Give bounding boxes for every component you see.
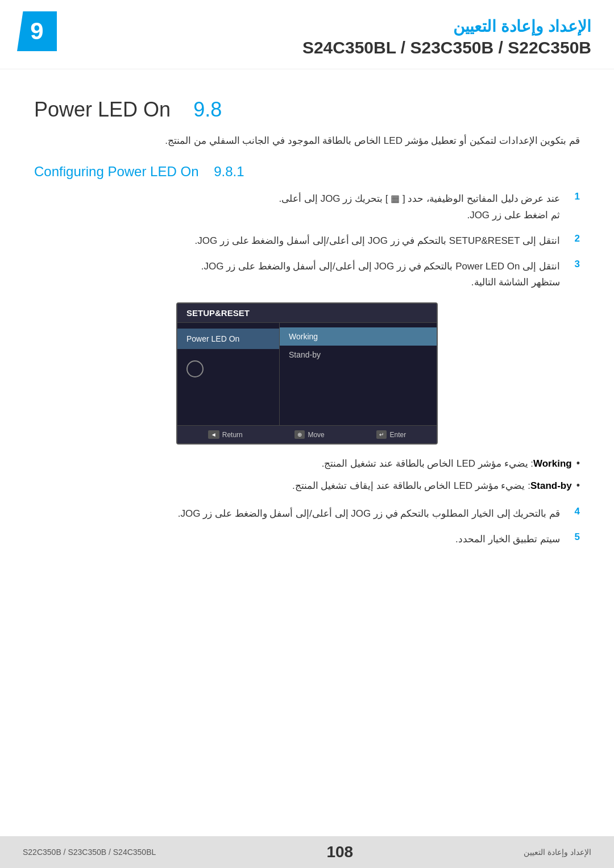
- enter-label: Enter: [389, 431, 406, 439]
- step-1-text: عند عرض دليل المفاتيح الوظيفية، حدد [ ▦ …: [34, 191, 560, 224]
- footer-page-number: 108: [326, 843, 353, 861]
- step-2-text: انتقل إلى SETUP&RESET بالتحكم في زر JOG …: [34, 233, 560, 250]
- subsection-title: Configuring Power LED On 9.8.1: [34, 164, 580, 180]
- step-1-number: 1: [563, 191, 580, 202]
- menu-option-working: Working: [280, 327, 437, 346]
- menu-circle-decoration: [186, 360, 204, 377]
- section-number: 9.8: [193, 98, 222, 121]
- step-4: 4 قم بالتحريك إلى الخيار المطلوب بالتحكم…: [34, 506, 580, 522]
- keyword-working: Working: [533, 458, 572, 469]
- step-2: 2 انتقل إلى SETUP&RESET بالتحكم في زر JO…: [34, 233, 580, 250]
- bullets-container: • Working: يضيء مؤشر LED الخاص بالطاقة ع…: [34, 456, 580, 495]
- subsection-title-text: Configuring Power LED On: [34, 164, 198, 179]
- menu-option-standby: Stand-by: [280, 346, 437, 364]
- footer-models: S22C350B / S23C350B / S24C350BL: [23, 848, 156, 857]
- steps-container: 1 عند عرض دليل المفاتيح الوظيفية، حدد [ …: [34, 191, 580, 548]
- step-3-text: انتقل إلى Power LED On بالتحكم في زر JOG…: [34, 259, 560, 292]
- main-content: Power LED On 9.8 قم بتكوين الإعدادات لتم…: [0, 75, 614, 568]
- menu-right-panel: Working Stand-by: [280, 323, 437, 425]
- page-header: الإعداد وإعادة التعيين S24C350BL / S23C3…: [0, 0, 614, 69]
- bullet-dot-1: •: [576, 456, 580, 471]
- menu-title: SETUP&RESET: [177, 304, 437, 323]
- menu-footer: ◄ Return ⊕ Move ↵ Enter: [177, 425, 437, 443]
- keyword-standby: Stand-by: [530, 480, 572, 491]
- bullet-standby: • Stand-by: يضيء مؤشر LED الخاص بالطاقة …: [34, 478, 580, 495]
- chapter-badge: 9: [17, 11, 57, 51]
- move-icon: ⊕: [294, 430, 305, 439]
- step-3-number: 3: [563, 259, 580, 270]
- step-1: 1 عند عرض دليل المفاتيح الوظيفية، حدد [ …: [34, 191, 580, 224]
- enter-icon: ↵: [376, 430, 387, 439]
- bullet-working-text: Working: يضيء مؤشر LED الخاص بالطاقة عند…: [322, 456, 572, 472]
- step-3: 3 انتقل إلى Power LED On بالتحكم في زر J…: [34, 259, 580, 292]
- page-footer: S22C350B / S23C350B / S24C350BL 108 الإع…: [0, 836, 614, 868]
- move-label: Move: [308, 431, 324, 439]
- menu-body: Power LED On Working Stand-by: [177, 323, 437, 425]
- section-title-text: Power LED On: [34, 98, 171, 121]
- menu-left-panel: Power LED On: [177, 323, 280, 425]
- section-title: Power LED On 9.8: [34, 98, 580, 122]
- subsection-number: 9.8.1: [214, 164, 244, 179]
- footer-move-btn: ⊕ Move: [294, 430, 324, 439]
- header-arabic-title: الإعداد وإعادة التعيين: [23, 17, 591, 36]
- footer-enter-btn: ↵ Enter: [376, 430, 406, 439]
- menu-screenshot: SETUP&RESET Power LED On Working Stand-b…: [176, 302, 438, 445]
- bullet-dot-2: •: [576, 478, 580, 493]
- footer-return-btn: ◄ Return: [208, 430, 243, 439]
- step-4-text: قم بالتحريك إلى الخيار المطلوب بالتحكم ف…: [34, 506, 560, 522]
- step-5-number: 5: [563, 531, 580, 543]
- menu-item-power-led: Power LED On: [177, 329, 279, 349]
- bullet-standby-text: Stand-by: يضيء مؤشر LED الخاص بالطاقة عن…: [292, 478, 572, 495]
- bullet-working: • Working: يضيء مؤشر LED الخاص بالطاقة ع…: [34, 456, 580, 472]
- step-4-number: 4: [563, 506, 580, 517]
- step-5-text: سيتم تطبيق الخيار المحدد.: [34, 531, 560, 548]
- step-5: 5 سيتم تطبيق الخيار المحدد.: [34, 531, 580, 548]
- footer-chapter-label: الإعداد وإعادة التعيين: [524, 848, 591, 857]
- return-label: Return: [222, 431, 243, 439]
- return-icon: ◄: [208, 430, 219, 439]
- step-2-number: 2: [563, 233, 580, 244]
- intro-text: قم بتكوين الإعدادات لتمكين أو تعطيل مؤشر…: [34, 133, 580, 149]
- header-model-title: S24C350BL / S23C350B / S22C350B: [23, 38, 591, 57]
